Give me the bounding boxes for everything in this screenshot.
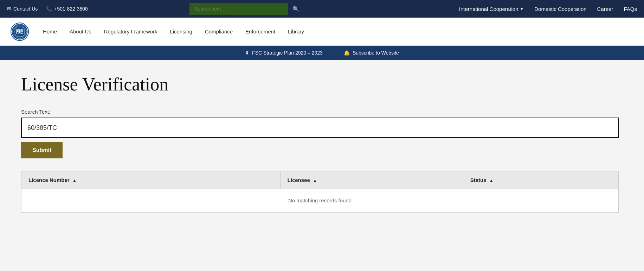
no-records-row: No matching records found	[21, 189, 618, 212]
nav-home[interactable]: Home	[43, 27, 57, 36]
search-form: Search Text: Submit	[21, 109, 623, 158]
sort-licensee-icon: ▲	[313, 178, 317, 183]
nav-library[interactable]: Library	[288, 27, 304, 36]
logo[interactable]: Belize FSC	[11, 23, 29, 41]
subscribe-link[interactable]: 🔔 Subscribe to Website	[344, 50, 399, 56]
logo-circle: Belize FSC	[11, 23, 29, 41]
search-text-input[interactable]	[21, 118, 619, 138]
svg-text:Belize: Belize	[16, 29, 23, 31]
subscribe-label: Subscribe to Website	[353, 50, 399, 56]
domestic-cooperation-label: Domestic Cooperation	[534, 6, 586, 12]
col-licence-number-label: Licence Number	[28, 177, 70, 183]
sort-licence-icon: ▲	[72, 178, 77, 183]
email-icon: ✉	[7, 6, 11, 12]
banner-bar: ⬇ FSC Strategic Plan 2020 – 2023 🔔 Subsc…	[0, 46, 644, 60]
nav-enforcement[interactable]: Enforcement	[245, 27, 275, 36]
contact-us-link[interactable]: ✉ Contact Us	[7, 6, 38, 12]
nav-international-cooperation[interactable]: International Cooperation ▼	[459, 6, 524, 12]
nav-licensing[interactable]: Licensing	[170, 27, 192, 36]
strategic-plan-link[interactable]: ⬇ FSC Strategic Plan 2020 – 2023	[245, 50, 323, 56]
phone-number: +501-822-3800	[54, 6, 88, 12]
chevron-down-icon: ▼	[520, 6, 524, 11]
page-content: License Verification Search Text: Submit…	[0, 60, 644, 236]
nav-domestic-cooperation[interactable]: Domestic Cooperation	[534, 6, 586, 12]
international-cooperation-label: International Cooperation	[459, 6, 518, 12]
top-search-button[interactable]: 🔍	[288, 3, 304, 15]
top-bar-right: International Cooperation ▼ Domestic Coo…	[459, 6, 637, 12]
phone-icon: 📞	[46, 6, 52, 12]
phone-link[interactable]: 📞 +501-822-3800	[46, 6, 88, 12]
nav-compliance[interactable]: Compliance	[205, 27, 233, 36]
table-header-row: Licence Number ▲ Licensee ▲ Status ▲	[21, 171, 618, 189]
results-table: Licence Number ▲ Licensee ▲ Status ▲ No …	[21, 171, 618, 212]
search-text-label: Search Text:	[21, 109, 623, 115]
strategic-plan-label: FSC Strategic Plan 2020 – 2023	[252, 50, 323, 56]
logo-svg: Belize FSC	[12, 24, 28, 40]
bell-icon: 🔔	[344, 50, 350, 56]
sort-status-icon: ▲	[489, 178, 494, 183]
col-licensee[interactable]: Licensee ▲	[280, 171, 463, 189]
main-nav: Belize FSC Home About Us Regulatory Fram…	[0, 18, 644, 46]
submit-button[interactable]: Submit	[21, 142, 63, 158]
col-licensee-label: Licensee	[288, 177, 310, 183]
download-icon: ⬇	[245, 50, 249, 56]
nav-about-us[interactable]: About Us	[70, 27, 91, 36]
page-title: License Verification	[21, 74, 623, 95]
contact-us-label: Contact Us	[13, 6, 38, 12]
no-records-message: No matching records found	[21, 189, 618, 212]
nav-regulatory-framework[interactable]: Regulatory Framework	[104, 27, 157, 36]
main-nav-links: Home About Us Regulatory Framework Licen…	[43, 27, 304, 36]
results-table-wrap: Licence Number ▲ Licensee ▲ Status ▲ No …	[21, 171, 619, 213]
nav-faqs[interactable]: FAQs	[624, 6, 637, 12]
col-licence-number[interactable]: Licence Number ▲	[21, 171, 280, 189]
top-bar: ✉ Contact Us 📞 +501-822-3800 🔍 Internati…	[0, 0, 644, 18]
col-status-label: Status	[470, 177, 487, 183]
faqs-label: FAQs	[624, 6, 637, 12]
nav-career[interactable]: Career	[597, 6, 613, 12]
col-status[interactable]: Status ▲	[463, 171, 618, 189]
top-bar-left: ✉ Contact Us 📞 +501-822-3800	[7, 6, 88, 12]
top-search-input[interactable]	[189, 3, 288, 15]
top-search-area: 🔍	[141, 3, 352, 15]
svg-text:FSC: FSC	[16, 31, 23, 35]
career-label: Career	[597, 6, 613, 12]
